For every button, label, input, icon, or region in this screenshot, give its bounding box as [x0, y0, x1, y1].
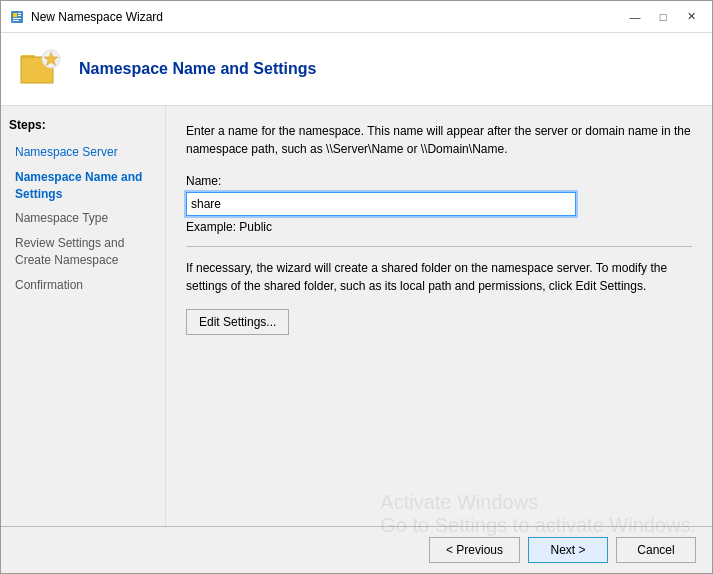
next-button[interactable]: Next > — [528, 537, 608, 563]
svg-rect-4 — [13, 18, 21, 19]
divider — [186, 246, 692, 247]
window-title: New Namespace Wizard — [31, 10, 622, 24]
sidebar-item-confirmation[interactable]: Confirmation — [9, 273, 157, 298]
previous-button[interactable]: < Previous — [429, 537, 520, 563]
svg-rect-2 — [18, 13, 21, 14]
name-input[interactable] — [186, 192, 576, 216]
cancel-button[interactable]: Cancel — [616, 537, 696, 563]
svg-rect-3 — [18, 15, 21, 16]
footer: Activate WindowsGo to Settings to activa… — [1, 526, 712, 573]
sidebar-item-namespace-name[interactable]: Namespace Name and Settings — [9, 165, 157, 207]
main-panel: Enter a name for the namespace. This nam… — [166, 106, 712, 526]
example-text: Example: Public — [186, 220, 692, 234]
sidebar-item-review-settings[interactable]: Review Settings and Create Namespace — [9, 231, 157, 273]
name-field-group: Name: Example: Public — [186, 174, 692, 234]
svg-rect-5 — [13, 20, 19, 21]
info-text: If necessary, the wizard will create a s… — [186, 259, 692, 295]
window-icon — [9, 9, 25, 25]
svg-rect-1 — [13, 13, 17, 17]
header: Namespace Name and Settings — [1, 33, 712, 106]
steps-label: Steps: — [9, 118, 157, 132]
window-controls: — □ ✕ — [622, 7, 704, 27]
close-button[interactable]: ✕ — [678, 7, 704, 27]
wizard-window: New Namespace Wizard — □ ✕ Namespace Nam… — [0, 0, 713, 574]
sidebar: Steps: Namespace Server Namespace Name a… — [1, 106, 166, 526]
maximize-button[interactable]: □ — [650, 7, 676, 27]
content-area: Steps: Namespace Server Namespace Name a… — [1, 106, 712, 526]
page-title: Namespace Name and Settings — [79, 60, 316, 78]
edit-settings-button[interactable]: Edit Settings... — [186, 309, 289, 335]
minimize-button[interactable]: — — [622, 7, 648, 27]
description-text: Enter a name for the namespace. This nam… — [186, 122, 692, 158]
name-field-label: Name: — [186, 174, 692, 188]
sidebar-item-namespace-type[interactable]: Namespace Type — [9, 206, 157, 231]
title-bar: New Namespace Wizard — □ ✕ — [1, 1, 712, 33]
sidebar-item-namespace-server[interactable]: Namespace Server — [9, 140, 157, 165]
wizard-icon — [17, 45, 65, 93]
